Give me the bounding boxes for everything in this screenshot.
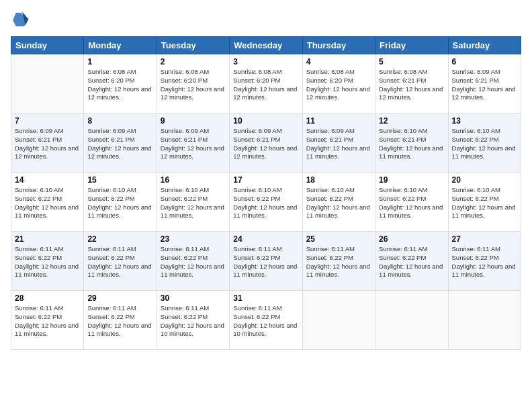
day-number: 16	[161, 175, 226, 185]
calendar-cell: 28Sunrise: 6:11 AMSunset: 6:22 PMDayligh…	[11, 291, 84, 350]
calendar-cell: 12Sunrise: 6:10 AMSunset: 6:21 PMDayligh…	[375, 113, 448, 173]
cell-info: Sunrise: 6:11 AMSunset: 6:22 PMDaylight:…	[306, 245, 371, 279]
cell-info: Sunrise: 6:10 AMSunset: 6:22 PMDaylight:…	[161, 186, 226, 220]
calendar-cell	[448, 291, 521, 350]
day-number: 25	[306, 234, 371, 244]
day-header-friday: Friday	[375, 37, 448, 54]
calendar-cell: 9Sunrise: 6:09 AMSunset: 6:21 PMDaylight…	[157, 113, 229, 173]
cell-info: Sunrise: 6:10 AMSunset: 6:22 PMDaylight:…	[233, 186, 298, 220]
day-number: 19	[379, 175, 444, 185]
calendar-cell: 21Sunrise: 6:11 AMSunset: 6:22 PMDayligh…	[11, 232, 84, 291]
week-row-3: 14Sunrise: 6:10 AMSunset: 6:22 PMDayligh…	[11, 173, 521, 232]
day-header-sunday: Sunday	[11, 37, 84, 54]
calendar-cell: 19Sunrise: 6:10 AMSunset: 6:22 PMDayligh…	[375, 173, 448, 232]
calendar-cell: 7Sunrise: 6:09 AMSunset: 6:21 PMDaylight…	[11, 113, 84, 173]
calendar-cell: 17Sunrise: 6:10 AMSunset: 6:22 PMDayligh…	[230, 173, 302, 232]
calendar-cell: 20Sunrise: 6:10 AMSunset: 6:22 PMDayligh…	[448, 173, 521, 232]
day-header-monday: Monday	[84, 37, 157, 54]
calendar-cell: 27Sunrise: 6:11 AMSunset: 6:22 PMDayligh…	[448, 232, 521, 291]
day-number: 12	[379, 116, 444, 126]
day-number: 24	[233, 234, 298, 244]
cell-info: Sunrise: 6:10 AMSunset: 6:22 PMDaylight:…	[452, 186, 517, 220]
calendar-cell: 29Sunrise: 6:11 AMSunset: 6:22 PMDayligh…	[84, 291, 157, 350]
cell-info: Sunrise: 6:09 AMSunset: 6:21 PMDaylight:…	[233, 127, 298, 161]
calendar-cell: 1Sunrise: 6:08 AMSunset: 6:20 PMDaylight…	[84, 54, 157, 113]
week-row-1: 1Sunrise: 6:08 AMSunset: 6:20 PMDaylight…	[11, 54, 521, 113]
day-number: 22	[87, 234, 152, 244]
day-number: 2	[161, 57, 226, 66]
day-number: 23	[161, 234, 226, 244]
cell-info: Sunrise: 6:09 AMSunset: 6:21 PMDaylight:…	[87, 127, 152, 161]
day-number: 4	[306, 57, 371, 66]
cell-info: Sunrise: 6:11 AMSunset: 6:22 PMDaylight:…	[161, 304, 226, 338]
day-number: 11	[306, 116, 371, 126]
day-number: 30	[161, 293, 226, 303]
calendar-cell: 23Sunrise: 6:11 AMSunset: 6:22 PMDayligh…	[157, 232, 229, 291]
day-number: 21	[15, 234, 80, 244]
calendar-cell: 26Sunrise: 6:11 AMSunset: 6:22 PMDayligh…	[375, 232, 448, 291]
calendar-cell	[11, 54, 84, 113]
calendar-cell: 31Sunrise: 6:11 AMSunset: 6:22 PMDayligh…	[230, 291, 302, 350]
day-number: 7	[15, 116, 80, 126]
day-number: 8	[87, 116, 152, 126]
cell-info: Sunrise: 6:11 AMSunset: 6:22 PMDaylight:…	[161, 245, 226, 279]
cell-info: Sunrise: 6:10 AMSunset: 6:22 PMDaylight:…	[452, 127, 517, 161]
logo	[11, 11, 32, 30]
week-row-4: 21Sunrise: 6:11 AMSunset: 6:22 PMDayligh…	[11, 232, 521, 291]
calendar-cell: 16Sunrise: 6:10 AMSunset: 6:22 PMDayligh…	[157, 173, 229, 232]
week-row-2: 7Sunrise: 6:09 AMSunset: 6:21 PMDaylight…	[11, 113, 521, 173]
day-number: 3	[233, 57, 298, 66]
calendar-cell: 22Sunrise: 6:11 AMSunset: 6:22 PMDayligh…	[84, 232, 157, 291]
calendar-table: SundayMondayTuesdayWednesdayThursdayFrid…	[11, 36, 521, 350]
day-number: 28	[15, 293, 80, 303]
calendar-cell: 30Sunrise: 6:11 AMSunset: 6:22 PMDayligh…	[157, 291, 229, 350]
day-number: 6	[452, 57, 517, 66]
cell-info: Sunrise: 6:10 AMSunset: 6:22 PMDaylight:…	[379, 186, 444, 220]
cell-info: Sunrise: 6:10 AMSunset: 6:22 PMDaylight:…	[306, 186, 371, 220]
cell-info: Sunrise: 6:08 AMSunset: 6:20 PMDaylight:…	[161, 68, 226, 102]
day-number: 26	[379, 234, 444, 244]
cell-info: Sunrise: 6:11 AMSunset: 6:22 PMDaylight:…	[233, 245, 298, 279]
cell-info: Sunrise: 6:09 AMSunset: 6:21 PMDaylight:…	[161, 127, 226, 161]
cell-info: Sunrise: 6:09 AMSunset: 6:21 PMDaylight:…	[15, 127, 80, 161]
day-number: 14	[15, 175, 80, 185]
day-number: 9	[161, 116, 226, 126]
cell-info: Sunrise: 6:11 AMSunset: 6:22 PMDaylight:…	[15, 245, 80, 279]
cell-info: Sunrise: 6:09 AMSunset: 6:21 PMDaylight:…	[306, 127, 371, 161]
cell-info: Sunrise: 6:11 AMSunset: 6:22 PMDaylight:…	[87, 245, 152, 279]
day-header-thursday: Thursday	[302, 37, 375, 54]
week-row-5: 28Sunrise: 6:11 AMSunset: 6:22 PMDayligh…	[11, 291, 521, 350]
calendar-cell: 3Sunrise: 6:08 AMSunset: 6:20 PMDaylight…	[230, 54, 302, 113]
day-number: 27	[452, 234, 517, 244]
cell-info: Sunrise: 6:11 AMSunset: 6:22 PMDaylight:…	[15, 304, 80, 338]
cell-info: Sunrise: 6:08 AMSunset: 6:21 PMDaylight:…	[379, 68, 444, 102]
day-number: 20	[452, 175, 517, 185]
cell-info: Sunrise: 6:11 AMSunset: 6:22 PMDaylight:…	[87, 304, 152, 338]
day-number: 17	[233, 175, 298, 185]
cell-info: Sunrise: 6:11 AMSunset: 6:22 PMDaylight:…	[379, 245, 444, 279]
page: SundayMondayTuesdayWednesdayThursdayFrid…	[0, 0, 532, 411]
calendar-cell	[302, 291, 375, 350]
calendar-cell: 13Sunrise: 6:10 AMSunset: 6:22 PMDayligh…	[448, 113, 521, 173]
calendar-cell: 15Sunrise: 6:10 AMSunset: 6:22 PMDayligh…	[84, 173, 157, 232]
calendar-cell: 25Sunrise: 6:11 AMSunset: 6:22 PMDayligh…	[302, 232, 375, 291]
day-number: 31	[233, 293, 298, 303]
calendar-cell: 24Sunrise: 6:11 AMSunset: 6:22 PMDayligh…	[230, 232, 302, 291]
day-number: 13	[452, 116, 517, 126]
header	[11, 11, 521, 30]
calendar-cell: 11Sunrise: 6:09 AMSunset: 6:21 PMDayligh…	[302, 113, 375, 173]
logo-icon	[11, 11, 30, 30]
day-number: 18	[306, 175, 371, 185]
calendar-cell: 10Sunrise: 6:09 AMSunset: 6:21 PMDayligh…	[230, 113, 302, 173]
calendar-cell	[375, 291, 448, 350]
day-number: 5	[379, 57, 444, 66]
day-number: 29	[87, 293, 152, 303]
day-header-tuesday: Tuesday	[157, 37, 229, 54]
cell-info: Sunrise: 6:10 AMSunset: 6:22 PMDaylight:…	[87, 186, 152, 220]
cell-info: Sunrise: 6:08 AMSunset: 6:20 PMDaylight:…	[87, 68, 152, 102]
calendar-cell: 8Sunrise: 6:09 AMSunset: 6:21 PMDaylight…	[84, 113, 157, 173]
calendar-cell: 2Sunrise: 6:08 AMSunset: 6:20 PMDaylight…	[157, 54, 229, 113]
cell-info: Sunrise: 6:10 AMSunset: 6:21 PMDaylight:…	[379, 127, 444, 161]
cell-info: Sunrise: 6:11 AMSunset: 6:22 PMDaylight:…	[452, 245, 517, 279]
cell-info: Sunrise: 6:08 AMSunset: 6:20 PMDaylight:…	[233, 68, 298, 102]
